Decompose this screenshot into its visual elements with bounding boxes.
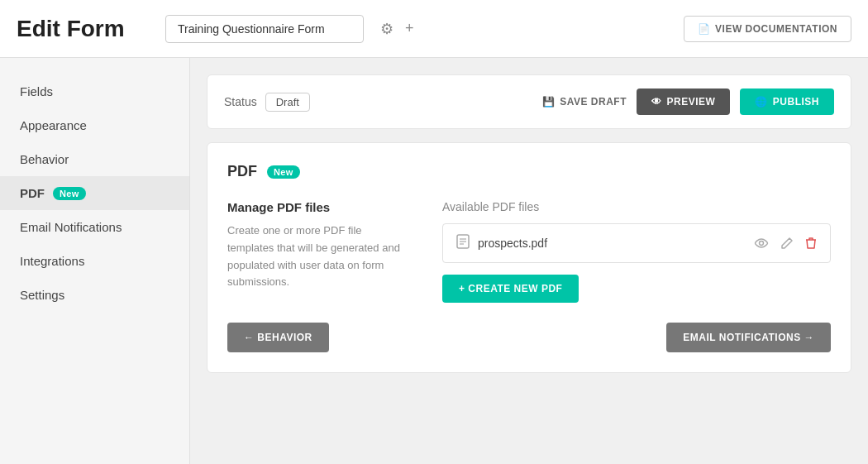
publish-label: PUBLISH: [773, 96, 819, 108]
sidebar-item-label: PDF: [20, 186, 45, 200]
preview-icon: 👁: [651, 96, 662, 108]
sidebar-item-pdf[interactable]: PDF New: [0, 176, 189, 210]
view-pdf-button[interactable]: [754, 238, 769, 248]
sidebar-item-label: Fields: [20, 84, 53, 98]
sidebar-item-settings[interactable]: Settings: [0, 278, 189, 312]
svg-point-4: [760, 242, 764, 246]
sidebar-item-label: Email Notifications: [20, 220, 122, 234]
back-label: ← BEHAVIOR: [244, 332, 312, 343]
pdf-title: PDF: [227, 163, 257, 180]
view-documentation-button[interactable]: 📄 VIEW DOCUMENTATION: [684, 16, 851, 42]
sidebar: Fields Appearance Behavior PDF New Email…: [0, 58, 190, 464]
publish-icon: 🌐: [755, 96, 768, 108]
pdf-new-badge: New: [267, 165, 300, 179]
save-draft-icon: 💾: [542, 96, 556, 108]
sidebar-item-appearance[interactable]: Appearance: [0, 108, 189, 142]
view-doc-label: VIEW DOCUMENTATION: [715, 23, 837, 35]
sidebar-item-integrations[interactable]: Integrations: [0, 244, 189, 278]
pdf-section-header: PDF New: [227, 163, 831, 180]
sidebar-item-email-notifications[interactable]: Email Notifications: [0, 210, 189, 244]
body: Fields Appearance Behavior PDF New Email…: [0, 58, 868, 464]
back-behavior-button[interactable]: ← BEHAVIOR: [227, 323, 329, 352]
next-email-notifications-button[interactable]: EMAIL NOTIFICATIONS →: [666, 323, 831, 352]
sidebar-item-label: Behavior: [20, 152, 69, 166]
manage-pdf-title: Manage PDF files: [227, 200, 409, 214]
pdf-file-name: prospects.pdf: [478, 237, 746, 250]
pdf-content: Manage PDF files Create one or more PDF …: [227, 200, 831, 303]
save-draft-button[interactable]: 💾 SAVE DRAFT: [542, 96, 627, 108]
delete-pdf-button[interactable]: [805, 237, 817, 250]
view-doc-icon: 📄: [698, 23, 711, 35]
header: Edit Form ⚙ + 📄 VIEW DOCUMENTATION: [0, 0, 868, 58]
status-label: Status: [224, 95, 257, 108]
status-actions: 💾 SAVE DRAFT 👁 PREVIEW 🌐 PUBLISH: [542, 88, 834, 115]
sidebar-item-fields[interactable]: Fields: [0, 74, 189, 108]
gear-icon[interactable]: ⚙: [380, 20, 393, 38]
sidebar-item-label: Settings: [20, 288, 64, 302]
plus-icon[interactable]: +: [405, 20, 414, 37]
status-bar: Status Draft 💾 SAVE DRAFT 👁 PREVIEW 🌐 PU…: [207, 74, 851, 129]
navigation-buttons: ← BEHAVIOR EMAIL NOTIFICATIONS →: [227, 323, 831, 352]
save-draft-label: SAVE DRAFT: [560, 96, 627, 108]
pdf-right-panel: Available PDF files prospects.pdf: [442, 200, 831, 303]
next-label: EMAIL NOTIFICATIONS →: [683, 332, 814, 343]
sidebar-item-label: Appearance: [20, 118, 87, 132]
sidebar-item-label: Integrations: [20, 254, 84, 268]
publish-button[interactable]: 🌐 PUBLISH: [740, 88, 834, 115]
form-name-input[interactable]: [165, 15, 364, 43]
status-badge: Draft: [265, 93, 310, 112]
pdf-file-icon: [456, 234, 470, 252]
manage-pdf-description: Create one or more PDF file templates th…: [227, 222, 409, 291]
main-content: Status Draft 💾 SAVE DRAFT 👁 PREVIEW 🌐 PU…: [190, 58, 868, 464]
pdf-file-actions: [754, 237, 817, 250]
page-title: Edit Form: [17, 16, 149, 42]
header-icons: ⚙ +: [380, 20, 414, 38]
create-new-pdf-button[interactable]: + CREATE NEW PDF: [442, 275, 579, 303]
preview-label: PREVIEW: [666, 96, 715, 108]
edit-pdf-button[interactable]: [780, 237, 794, 250]
new-badge: New: [53, 187, 86, 200]
pdf-panel: PDF New Manage PDF files Create one or m…: [207, 142, 851, 373]
sidebar-item-behavior[interactable]: Behavior: [0, 142, 189, 176]
pdf-file-row: prospects.pdf: [442, 223, 831, 263]
available-pdf-title: Available PDF files: [442, 200, 831, 213]
create-pdf-label: + CREATE NEW PDF: [459, 283, 562, 294]
pdf-left-panel: Manage PDF files Create one or more PDF …: [227, 200, 409, 303]
preview-button[interactable]: 👁 PREVIEW: [637, 88, 730, 115]
